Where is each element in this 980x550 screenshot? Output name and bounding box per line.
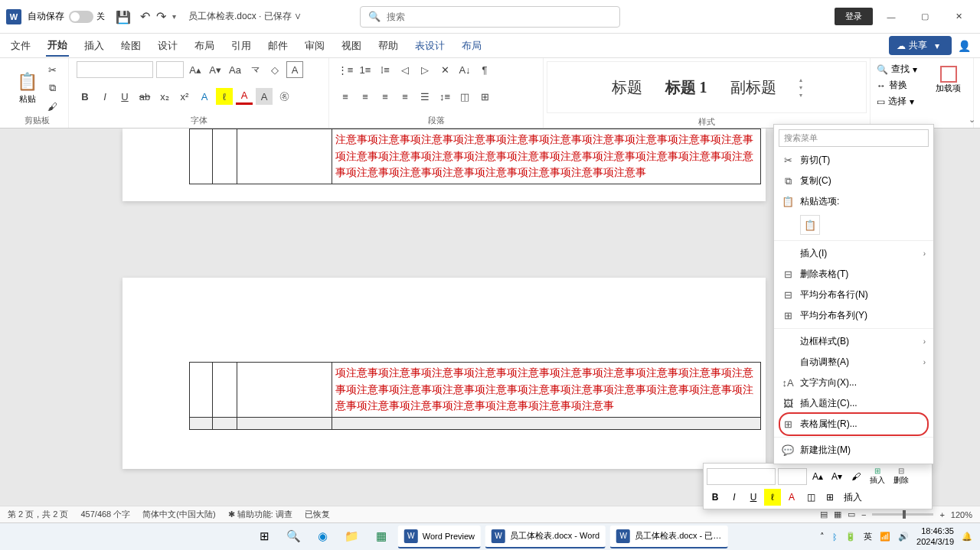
align-left-button[interactable]: ≡ — [337, 88, 354, 105]
mini-shading[interactable]: ◫ — [802, 489, 819, 506]
mini-insert-button[interactable]: ⊞插入 — [867, 467, 888, 486]
menu-new-comment[interactable]: 💬新建批注(M) — [774, 440, 933, 461]
bullets-button[interactable]: ⋮≡ — [337, 61, 354, 78]
table-cell-content-top[interactable]: 注意事项注意事项注意事项注意事项注意事项注意事项注意事项注意事项注意事项注意事项… — [332, 129, 761, 184]
increase-indent-button[interactable]: ▷ — [416, 61, 433, 78]
cut-button[interactable]: ✂ — [44, 61, 60, 78]
tray-clock[interactable]: 18:46:35 2024/3/19 — [916, 526, 954, 546]
menu-draw[interactable]: 绘图 — [119, 36, 142, 56]
highlight-button[interactable]: ℓ — [216, 88, 233, 105]
tray-chevron[interactable]: ˄ — [820, 532, 825, 542]
menu-cut[interactable]: ✂剪切(T) — [774, 150, 933, 171]
styles-scroll-down[interactable]: ▾ — [799, 84, 802, 91]
qat-dropdown[interactable]: ▾ — [172, 12, 176, 21]
multilevel-button[interactable]: ⁞≡ — [377, 61, 394, 78]
maximize-button[interactable]: ▢ — [910, 5, 940, 28]
paste-button[interactable]: 📋 粘贴 — [14, 70, 41, 106]
status-language[interactable]: 简体中文(中国大陆) — [142, 509, 215, 520]
paste-option-keep-source[interactable]: 📋 — [800, 215, 820, 235]
table-cell-content-bottom[interactable]: 项注意事项注意事项注意事项注意事项注意事项注意事项注意事项注意事项注意事项注意事… — [332, 363, 761, 418]
tray-network-icon[interactable]: 📶 — [880, 532, 890, 542]
grow-font-button[interactable]: A▴ — [187, 61, 204, 78]
tray-bluetooth-icon[interactable]: ᛒ — [832, 532, 838, 542]
justify-button[interactable]: ≡ — [397, 88, 413, 105]
text-effects-button[interactable]: A — [196, 88, 213, 105]
taskbar-explorer[interactable]: 📁 — [340, 526, 364, 547]
view-print[interactable]: ▦ — [834, 509, 841, 519]
menu-home[interactable]: 开始 — [46, 35, 69, 57]
shading-button[interactable]: ◫ — [456, 88, 473, 105]
shrink-font-button[interactable]: A▾ — [207, 61, 224, 78]
addins-button[interactable]: 加载项 — [931, 61, 965, 99]
find-button[interactable]: 🔍 查找 ▾ — [877, 63, 917, 76]
share-button[interactable]: ☁ 共享▾ — [889, 36, 952, 55]
font-name-input[interactable] — [77, 61, 153, 78]
menu-help[interactable]: 帮助 — [377, 36, 400, 56]
close-button[interactable]: ✕ — [943, 5, 974, 28]
status-page[interactable]: 第 2 页，共 2 页 — [8, 509, 68, 520]
search-input[interactable] — [387, 11, 612, 22]
phonetic-guide-button[interactable]: 龴 — [247, 61, 263, 78]
menu-table-design[interactable]: 表设计 — [413, 36, 446, 56]
align-right-button[interactable]: ≡ — [377, 88, 394, 105]
menu-insert[interactable]: 插入(I)› — [774, 243, 933, 264]
tray-ime[interactable]: 英 — [864, 531, 872, 542]
search-box[interactable]: 🔍 — [360, 6, 620, 28]
mini-font-color[interactable]: A — [783, 489, 800, 506]
mini-shrink-font[interactable]: A▾ — [828, 468, 845, 485]
start-button[interactable]: ⊞ — [253, 526, 277, 547]
numbering-button[interactable]: 1≡ — [357, 61, 374, 78]
change-case-button[interactable]: Aa — [227, 61, 243, 78]
tray-volume-icon[interactable]: 🔊 — [898, 532, 909, 542]
show-marks-button[interactable]: ¶ — [476, 61, 493, 78]
superscript-button[interactable]: x² — [176, 88, 193, 105]
mini-highlight[interactable]: ℓ — [764, 489, 781, 506]
zoom-in[interactable]: + — [939, 510, 944, 519]
view-focus[interactable]: ▤ — [820, 509, 828, 519]
tray-battery-icon[interactable]: 🔋 — [845, 532, 856, 542]
strikethrough-button[interactable]: ab — [136, 88, 153, 105]
menu-insert[interactable]: 插入 — [83, 36, 106, 56]
select-button[interactable]: ▭ 选择 ▾ — [877, 95, 917, 108]
mini-font-size[interactable] — [778, 468, 807, 485]
menu-layout[interactable]: 布局 — [193, 36, 216, 56]
line-spacing-button[interactable]: ↕≡ — [436, 88, 453, 105]
char-border-button[interactable]: A — [286, 61, 303, 78]
menu-distribute-rows[interactable]: ⊟平均分布各行(N) — [774, 285, 933, 305]
status-words[interactable]: 457/468 个字 — [80, 509, 130, 520]
menu-file[interactable]: 文件 — [9, 36, 32, 56]
char-shading-button[interactable]: A — [256, 88, 273, 105]
menu-design[interactable]: 设计 — [156, 36, 179, 56]
ribbon-collapse-button[interactable]: ⌄ — [969, 115, 975, 125]
mini-borders[interactable]: ⊞ — [822, 489, 838, 506]
redo-button[interactable]: ↷ — [156, 9, 166, 24]
menu-distribute-cols[interactable]: ⊞平均分布各列(Y) — [774, 305, 933, 326]
menu-border-style[interactable]: 边框样式(B)› — [774, 331, 933, 352]
autosave-toggle[interactable] — [69, 11, 93, 23]
menu-table-layout[interactable]: 布局 — [460, 36, 483, 56]
undo-button[interactable]: ↶ — [140, 9, 150, 24]
view-web[interactable]: ▭ — [848, 509, 855, 519]
mini-font-name[interactable] — [707, 468, 776, 485]
font-size-input[interactable] — [156, 61, 184, 78]
styles-gallery[interactable]: 标题 标题 1 副标题 ▴ ▾ ▾ — [547, 61, 867, 113]
menu-insert-caption[interactable]: 🖼插入题注(C)... — [774, 393, 933, 414]
table-empty-row[interactable] — [190, 418, 761, 430]
taskbar-app-3[interactable]: W员工体检表.docx - 已… — [610, 526, 727, 548]
underline-button[interactable]: U — [116, 88, 133, 105]
decrease-indent-button[interactable]: ◁ — [397, 61, 413, 78]
mini-format-painter[interactable]: 🖌 — [848, 468, 864, 485]
copy-button[interactable]: ⧉ — [44, 80, 60, 96]
subscript-button[interactable]: x₂ — [156, 88, 173, 105]
styles-scroll-up[interactable]: ▴ — [799, 76, 802, 83]
taskbar-edge[interactable]: ◉ — [311, 526, 335, 547]
tray-notifications-icon[interactable]: 🔔 — [962, 532, 972, 542]
comments-icon[interactable]: 👤 — [958, 40, 971, 52]
format-painter-button[interactable]: 🖌 — [44, 98, 60, 115]
sort-button[interactable]: A↓ — [456, 61, 473, 78]
save-icon[interactable]: 💾 — [116, 10, 129, 24]
taskbar-app-1[interactable]: WWord Preview — [398, 526, 481, 548]
menu-view[interactable]: 视图 — [340, 36, 363, 56]
status-accessibility[interactable]: ✱ 辅助功能: 调查 — [228, 509, 292, 520]
mini-bold[interactable]: B — [707, 489, 724, 506]
